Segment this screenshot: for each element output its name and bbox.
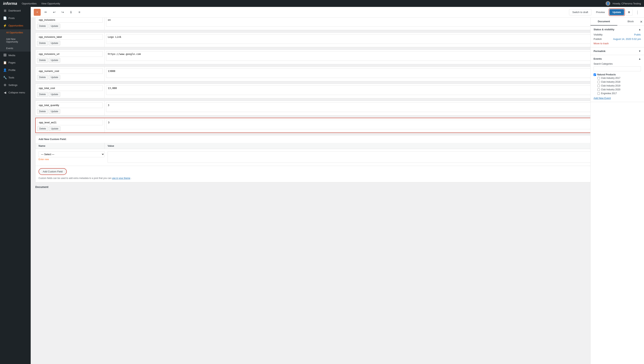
delete-button-6[interactable]: Delete [37, 109, 48, 114]
details-button[interactable]: ℹ [68, 9, 74, 16]
field-value-textarea-3[interactable]: https://www.google.com [106, 51, 638, 61]
sidebar-label-opportunities: Opportunities [8, 24, 23, 27]
redo-button[interactable]: ↪ [59, 9, 66, 16]
field-name-input-2[interactable] [37, 34, 103, 40]
update-field-button-5[interactable]: Update [49, 92, 60, 97]
delete-button-3[interactable]: Delete [37, 58, 48, 62]
add-cf-header-name: Name [36, 143, 104, 149]
publish-row: Publish August 14, 2020 5:02 pm [594, 38, 641, 40]
natural-products-checkbox-item: Natural Products [594, 73, 641, 76]
field-value-textarea-1[interactable]: on [106, 17, 638, 27]
tools-button[interactable]: ✏ [42, 9, 49, 16]
sidebar-label-tools: Tools [8, 76, 14, 79]
posts-icon: 📄 [3, 16, 7, 20]
delete-button-2[interactable]: Delete [37, 41, 48, 46]
chevron-down-icon: ▼ [638, 50, 641, 52]
add-new-event-link[interactable]: Add New Event [594, 97, 641, 100]
field-name-col-4: Delete Update [36, 67, 104, 81]
opportunities-icon: ⚡ [3, 24, 7, 28]
club-industry-2019-checkbox[interactable] [598, 84, 600, 87]
update-field-button-2[interactable]: Update [49, 41, 60, 46]
natural-products-label: Natural Products [597, 73, 616, 76]
adminbar-nav-opportunities[interactable]: Opportunities [22, 2, 36, 5]
sidebar-item-settings[interactable]: ⚙ Settings [0, 81, 31, 89]
delete-button-5[interactable]: Delete [37, 92, 48, 97]
sidebar-item-tools[interactable]: 🔧 Tools [0, 74, 31, 81]
list-view-button[interactable]: ≡ [76, 9, 83, 16]
sidebar-submenu-opportunities: All Opportunities Add New Opportunity Ev… [0, 29, 31, 52]
events-section-header[interactable]: Events ▲ [594, 57, 641, 60]
club-industry-2018-item: Club Industry 2018 [598, 80, 641, 83]
cf-new-value-textarea[interactable] [108, 151, 636, 163]
cf-name-select[interactable]: — Select — opp_inclusions opp_inclusions… [38, 151, 104, 157]
move-to-trash[interactable]: Move to trash [594, 42, 641, 45]
add-block-button[interactable]: ＋ [34, 9, 41, 16]
club-industry-2020-checkbox[interactable] [598, 88, 600, 91]
field-name-input-6[interactable] [37, 102, 103, 108]
sidebar-item-media[interactable]: 🖼 Media [0, 52, 31, 59]
update-field-button-6[interactable]: Update [49, 109, 60, 114]
sidebar-item-opportunities[interactable]: ⚡ Opportunities [0, 22, 31, 29]
field-value-textarea-2[interactable]: Lego Link [106, 34, 638, 44]
sidebar-item-profile[interactable]: 👤 Profile [0, 66, 31, 74]
sidebar-item-dashboard[interactable]: ⊞ Dashboard [0, 7, 31, 14]
sidebar-item-all-opportunities[interactable]: All Opportunities [0, 29, 31, 36]
adminbar-nav-view-opportunity[interactable]: View Opportunity [41, 2, 60, 5]
switch-to-draft-button[interactable]: Switch to draft [569, 9, 591, 15]
add-cf-footer: Add Custom Field Custom fields can be us… [36, 166, 639, 182]
sidebar-item-posts[interactable]: 📄 Posts [0, 14, 31, 22]
publish-label: Publish [594, 38, 602, 40]
delete-button-4[interactable]: Delete [37, 75, 48, 80]
undo-button[interactable]: ↩ [51, 9, 58, 16]
visibility-value[interactable]: Public [634, 33, 641, 36]
update-field-button-1[interactable]: Update [49, 24, 60, 28]
field-name-col-7: Delete Update [36, 118, 105, 132]
club-industry-2017-checkbox[interactable] [598, 77, 600, 80]
status-visibility-content: Visibility Public Publish August 14, 202… [594, 33, 641, 45]
delete-button-7[interactable]: Delete [37, 126, 48, 131]
permalink-header[interactable]: Permalink ▼ [594, 50, 641, 52]
chevron-up-icon-events: ▲ [638, 57, 641, 60]
sidebar-item-pages[interactable]: 📋 Pages [0, 59, 31, 66]
engredea-2017-checkbox[interactable] [598, 92, 600, 95]
cf-description-link[interactable]: use in your theme [112, 177, 130, 180]
delete-button-1[interactable]: Delete [37, 24, 48, 28]
preview-button[interactable]: Preview [593, 9, 608, 15]
sidebar-label-collapse: Collapse menu [8, 91, 25, 94]
sidebar-label-add-new-opportunity: Add New Opportunity [6, 38, 28, 43]
editor-toolbar: ＋ ✏ ↩ ↪ ℹ ≡ Switch to draft Preview Upda… [31, 7, 644, 18]
sidebar-item-collapse[interactable]: ◀ Collapse menu [0, 89, 31, 96]
field-name-input-1[interactable] [37, 17, 103, 23]
field-name-input-3[interactable] [37, 51, 103, 57]
field-value-textarea-7[interactable]: 3 [106, 120, 638, 129]
field-name-col-5: Delete Update [36, 84, 104, 98]
tab-document[interactable]: Document [590, 18, 617, 26]
sidebar-item-add-new-opportunity[interactable]: Add New Opportunity [0, 36, 31, 45]
settings-button[interactable]: ⚙ [626, 9, 632, 16]
field-value-textarea-6[interactable]: 3 [106, 102, 638, 112]
natural-products-checkbox[interactable] [594, 74, 596, 76]
sidebar-label-dashboard: Dashboard [8, 9, 21, 12]
club-industry-2018-label: Club Industry 2018 [601, 80, 620, 83]
update-button[interactable]: Update [610, 9, 624, 15]
field-name-input-5[interactable] [37, 85, 103, 91]
publish-value[interactable]: August 14, 2020 5:02 pm [613, 38, 641, 40]
cf-description-text: Custom fields can be used to add extra m… [38, 177, 112, 180]
status-visibility-header[interactable]: Status & visibility ▲ [594, 28, 641, 31]
search-categories-input[interactable] [594, 66, 641, 71]
field-name-input-7[interactable] [37, 120, 103, 125]
field-value-textarea-4[interactable]: 13000 [106, 68, 638, 78]
sidebar-item-events[interactable]: Events [0, 45, 31, 52]
club-industry-2018-checkbox[interactable] [598, 81, 600, 83]
update-field-button-4[interactable]: Update [49, 75, 60, 80]
add-custom-field-button[interactable]: Add Custom Field [38, 168, 67, 175]
field-name-input-4[interactable] [37, 68, 103, 74]
field-value-textarea-5[interactable]: 13,000 [106, 85, 638, 95]
enter-new-link[interactable]: Enter new [38, 158, 104, 161]
field-name-col-1: Delete Update [36, 16, 104, 30]
more-button[interactable]: ⋮ [634, 9, 641, 16]
panel-close-button[interactable]: ✕ [640, 20, 642, 24]
update-field-button-3[interactable]: Update [49, 58, 60, 62]
update-field-button-7[interactable]: Update [49, 126, 60, 131]
editor-left-tools: ＋ ✏ ↩ ↪ ℹ ≡ [34, 9, 83, 16]
